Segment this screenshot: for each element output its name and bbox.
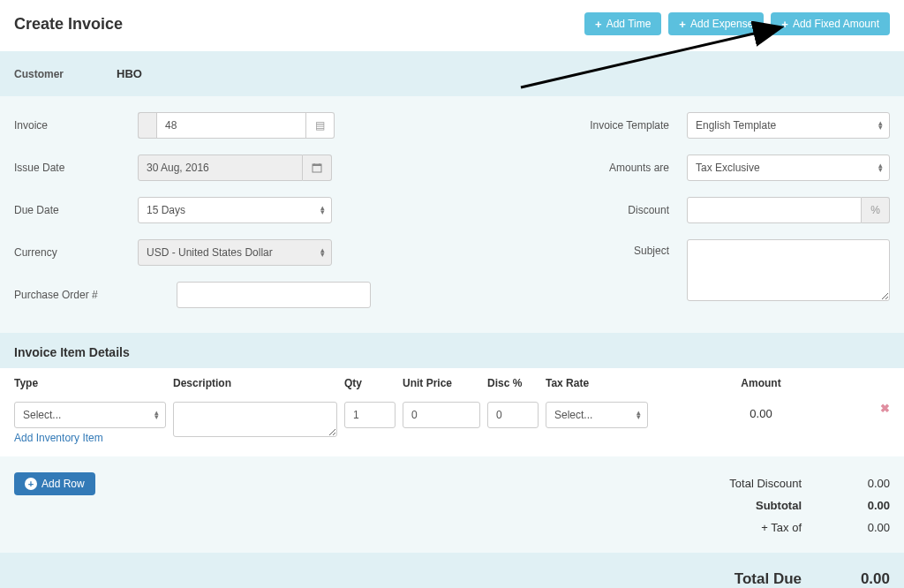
po-label: Purchase Order # <box>14 289 138 301</box>
invoice-prefix-addon <box>138 112 156 139</box>
add-fixed-amount-button[interactable]: + Add Fixed Amount <box>771 12 890 35</box>
col-header-type: Type <box>14 377 166 389</box>
col-header-unit-price: Unit Price <box>403 377 480 389</box>
col-header-tax-rate: Tax Rate <box>546 377 648 389</box>
customer-bar: Customer HBO <box>0 51 904 96</box>
delete-row-icon[interactable]: ✖ <box>880 396 890 415</box>
tax-value: 0.00 <box>837 521 890 534</box>
item-qty-input[interactable] <box>344 402 396 428</box>
due-date-select[interactable]: 15 Days <box>138 197 332 223</box>
item-type-select[interactable]: Select... <box>14 402 166 428</box>
items-section-title: Invoice Item Details <box>14 345 890 359</box>
issue-date-label: Issue Date <box>14 162 138 174</box>
total-due-value: 0.00 <box>837 570 890 588</box>
subject-textarea[interactable] <box>687 239 890 301</box>
add-row-label: Add Row <box>41 478 85 490</box>
subtotal-label: Subtotal <box>660 499 837 512</box>
add-expense-button[interactable]: + Add Expense <box>668 12 764 35</box>
plus-icon: + <box>679 19 686 30</box>
header-actions: + Add Time + Add Expense + Add Fixed Amo… <box>584 12 890 35</box>
col-header-amount: Amount <box>655 377 867 389</box>
discount-input[interactable] <box>687 197 862 223</box>
add-time-label: Add Time <box>606 18 652 30</box>
item-unit-price-input[interactable] <box>403 402 480 428</box>
amounts-label: Amounts are <box>563 162 687 174</box>
template-label: Invoice Template <box>563 119 687 132</box>
amounts-select[interactable]: Tax Exclusive <box>687 155 890 181</box>
page-title: Create Invoice <box>14 15 123 34</box>
subtotal-value: 0.00 <box>837 499 890 512</box>
invoice-label: Invoice <box>14 119 138 132</box>
currency-label: Currency <box>14 246 138 259</box>
tax-label: + Tax of <box>660 521 837 534</box>
col-header-qty: Qty <box>344 377 396 389</box>
add-inventory-link[interactable]: Add Inventory Item <box>14 432 103 444</box>
total-discount-label: Total Discount <box>660 477 837 490</box>
calendar-icon[interactable] <box>303 155 332 181</box>
discount-label: Discount <box>563 204 687 216</box>
total-due-label: Total Due <box>660 570 837 588</box>
customer-value: HBO <box>117 67 142 80</box>
plus-icon: + <box>595 19 602 30</box>
total-discount-value: 0.00 <box>837 477 890 490</box>
subject-label: Subject <box>563 239 687 257</box>
col-header-description: Description <box>173 377 337 389</box>
item-disc-input[interactable] <box>487 402 539 428</box>
plus-icon: + <box>781 19 788 30</box>
due-date-label: Due Date <box>14 204 138 216</box>
item-tax-select[interactable]: Select... <box>546 402 648 428</box>
currency-select[interactable]: USD - United States Dollar <box>138 239 332 266</box>
plus-circle-icon: + <box>25 478 37 490</box>
line-item-row: Select... ▴▾ Add Inventory Item Select..… <box>0 398 904 444</box>
item-description-textarea[interactable] <box>173 402 337 437</box>
po-input[interactable] <box>177 282 371 308</box>
add-time-button[interactable]: + Add Time <box>584 12 661 35</box>
percent-addon: % <box>862 197 890 223</box>
item-amount-value: 0.00 <box>655 402 867 420</box>
issue-date-input[interactable] <box>138 155 303 181</box>
template-select[interactable]: English Template <box>687 112 890 139</box>
add-fixed-amount-label: Add Fixed Amount <box>793 18 879 30</box>
customer-label: Customer <box>14 68 64 80</box>
add-row-button[interactable]: + Add Row <box>14 472 95 495</box>
col-header-disc: Disc % <box>487 377 539 389</box>
add-expense-label: Add Expense <box>690 18 753 30</box>
invoice-picker-icon[interactable]: ▤ <box>306 112 335 139</box>
invoice-number-input[interactable] <box>156 112 306 139</box>
